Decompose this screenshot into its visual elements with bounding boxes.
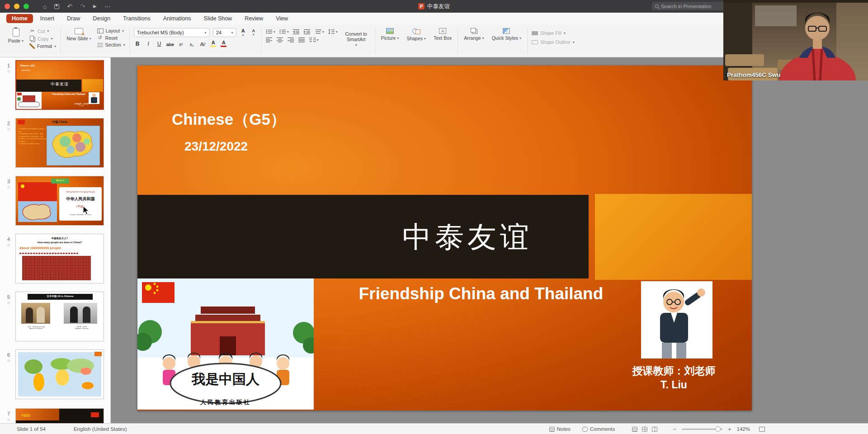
columns-button[interactable]: ▾ [309, 37, 319, 42]
comments-toggle[interactable]: Comments [582, 426, 615, 432]
slide-thumbnail-5[interactable]: 古今中国 All is Chinese 100 - 1000 years ago… [15, 292, 104, 341]
slide-title-textbox[interactable]: 中泰友谊 [368, 217, 567, 257]
webcam-video-overlay[interactable]: Prathom456C Swu [723, 0, 868, 80]
convert-to-smartart-button[interactable]: Convert to SmartArt ▾ [342, 27, 371, 47]
shape-outline-button[interactable]: Shape Outline▾ [532, 39, 575, 45]
tab-home[interactable]: Home [6, 14, 33, 23]
zoom-out-button[interactable]: − [673, 426, 676, 433]
layout-button[interactable]: Layout▾ [97, 28, 125, 33]
ribbon-separator [458, 28, 458, 54]
publisher-text: 人民教育出版社 [137, 398, 314, 406]
zoom-in-button[interactable]: + [728, 426, 731, 433]
teacher-name-textbox[interactable]: 授课教师：刘老师 T. Liu [596, 364, 752, 392]
search-box[interactable]: Search in Presentation [652, 2, 724, 10]
copy-icon [30, 36, 34, 41]
shrink-font-button[interactable]: A▾ [250, 28, 257, 37]
slide-sorter-view-button[interactable] [642, 427, 647, 432]
zoom-slider[interactable] [682, 429, 722, 430]
tab-draw[interactable]: Draw [61, 14, 85, 23]
shape-fill-button[interactable]: Shape Fill▾ [532, 30, 575, 36]
font-name-select[interactable]: Trebuchet MS (Body)▾ [134, 28, 210, 37]
font-color-button[interactable]: A [220, 40, 227, 47]
comments-icon [582, 427, 588, 432]
align-right-button[interactable] [288, 37, 294, 42]
slide-thumbnail-7[interactable]: YES! [15, 408, 104, 423]
fullscreen-button[interactable] [24, 4, 29, 9]
slide-thumbnail-3[interactable]: Word 1 zhōng huá rén mín gòng hé guó 中华人… [15, 176, 104, 226]
section-button[interactable]: Section▾ [97, 42, 125, 47]
normal-view-button[interactable] [632, 427, 637, 432]
slides-group: Layout▾ ↺Reset Section▾ [97, 27, 125, 47]
minimize-button[interactable] [14, 4, 19, 9]
notes-toggle[interactable]: Notes [549, 426, 571, 432]
strikethrough-button[interactable]: abe [166, 39, 174, 47]
font-size-select[interactable]: 24▾ [213, 28, 236, 37]
brush-icon [29, 43, 35, 49]
tab-slideshow[interactable]: Slide Show [198, 14, 238, 23]
text-box-button[interactable]: A Text Box [432, 27, 453, 42]
save-icon[interactable] [54, 4, 59, 9]
tab-view[interactable]: View [270, 14, 293, 23]
orange-accent-block[interactable] [595, 194, 752, 280]
toolbar-more-icon[interactable]: ⋯ [104, 3, 111, 9]
home-icon[interactable]: ⌂ [43, 3, 47, 9]
align-left-button[interactable] [266, 37, 273, 42]
slide-thumbnail-1[interactable]: Chinese（G5） 23/12/2022 中泰友谊 Friendship C… [15, 60, 104, 110]
children-illustration[interactable]: 我是中国人 人民教育出版社 [137, 278, 314, 410]
slide-thumbnail-4[interactable]: 中国有多少人? How many people are there in Chi… [15, 234, 104, 283]
line-spacing-button[interactable]: ▾ [328, 29, 338, 34]
language-selector[interactable]: English (United States) [74, 426, 127, 432]
zoom-slider-knob[interactable] [715, 426, 721, 432]
animation-star-icon: ☆ [4, 69, 14, 75]
slide-thumbnail-6[interactable] [15, 349, 104, 399]
course-textbox[interactable]: Chinese（G5） [172, 109, 286, 130]
justify-button[interactable] [298, 37, 305, 42]
paste-button[interactable]: Paste▾ [6, 27, 25, 45]
character-spacing-button[interactable]: AV [199, 39, 207, 47]
bullets-button[interactable]: ▾ [266, 29, 275, 34]
tab-insert[interactable]: Insert [35, 14, 60, 23]
slideshow-view-button[interactable] [652, 427, 657, 432]
tab-review[interactable]: Review [239, 14, 269, 23]
undo-icon[interactable]: ↶ [67, 3, 72, 9]
document-title: 中泰友谊 [427, 3, 450, 10]
text-direction-button[interactable]: ▾ [315, 29, 324, 34]
increase-indent-button[interactable] [304, 29, 311, 34]
copy-button[interactable]: Copy▾ [29, 35, 56, 42]
italic-button[interactable]: I [145, 39, 152, 47]
current-slide[interactable]: Chinese（G5） 23/12/2022 中泰友谊 Friendship C… [137, 66, 752, 410]
teacher-cartoon-image[interactable] [641, 281, 712, 359]
new-slide-icon [75, 28, 83, 34]
redo-icon[interactable]: ↷ [80, 3, 85, 9]
arrange-button[interactable]: Arrange▾ [462, 27, 486, 42]
date-textbox[interactable]: 23/12/2022 [184, 139, 248, 154]
cut-button[interactable]: ✂Cut▾ [29, 28, 56, 34]
subscript-button[interactable]: x₂ [188, 39, 196, 47]
reset-button[interactable]: ↺Reset [97, 35, 125, 41]
picture-button[interactable]: Picture▾ [379, 27, 401, 42]
close-button[interactable] [5, 4, 10, 9]
mini-orange-block [82, 79, 104, 92]
slide-thumbnail-2[interactable]: 中国 China 1. People in developing country… [15, 118, 104, 168]
play-from-start-icon[interactable]: ▶ [93, 4, 97, 9]
decrease-indent-button[interactable] [293, 29, 300, 34]
highlight-color-button[interactable]: A [210, 40, 217, 47]
superscript-button[interactable]: x² [177, 39, 185, 47]
subtitle-textbox[interactable]: Friendship China and Thailand [305, 284, 657, 303]
fit-to-window-button[interactable] [759, 427, 765, 432]
zoom-level[interactable]: 142% [737, 426, 750, 432]
new-slide-button[interactable]: New Slide▾ [65, 27, 93, 42]
bold-button[interactable]: B [134, 39, 142, 47]
shapes-button[interactable]: Shapes▾ [405, 27, 428, 42]
tab-design[interactable]: Design [87, 14, 116, 23]
ribbon-separator [129, 28, 130, 54]
grow-font-button[interactable]: A▴ [240, 28, 247, 37]
quick-styles-button[interactable]: Quick Styles▾ [490, 27, 523, 42]
underline-button[interactable]: U [156, 39, 163, 47]
align-center-button[interactable] [277, 37, 283, 42]
tab-animations[interactable]: Animations [158, 14, 197, 23]
quick-access-toolbar: ⌂ ↶ ↷ ▶ ⋯ [43, 0, 111, 13]
format-painter-button[interactable]: Format▾ [29, 43, 56, 49]
tab-transitions[interactable]: Transitions [118, 14, 156, 23]
numbering-button[interactable]: ▾ [279, 29, 289, 34]
